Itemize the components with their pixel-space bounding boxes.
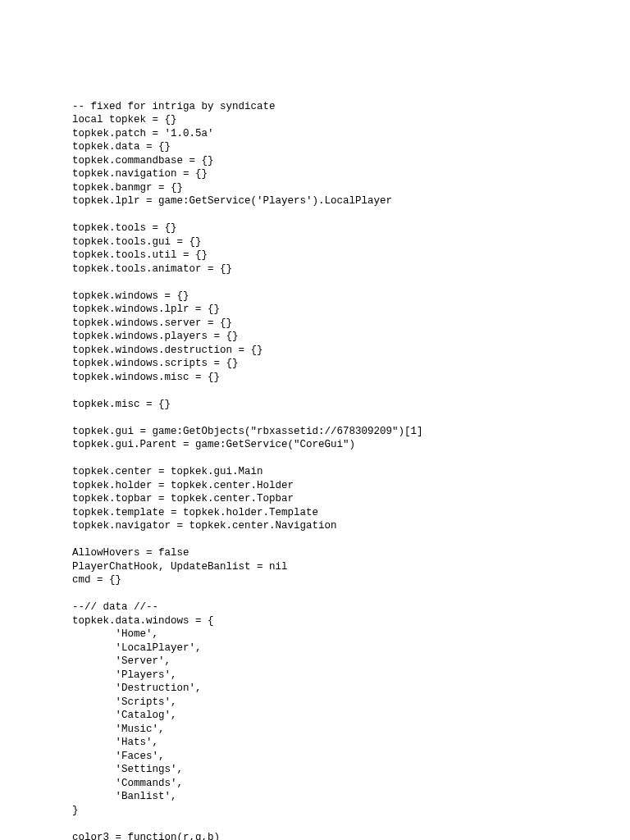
code-text: -- fixed for intriga by syndicate local …	[72, 101, 423, 841]
code-document: -- fixed for intriga by syndicate local …	[0, 41, 630, 841]
